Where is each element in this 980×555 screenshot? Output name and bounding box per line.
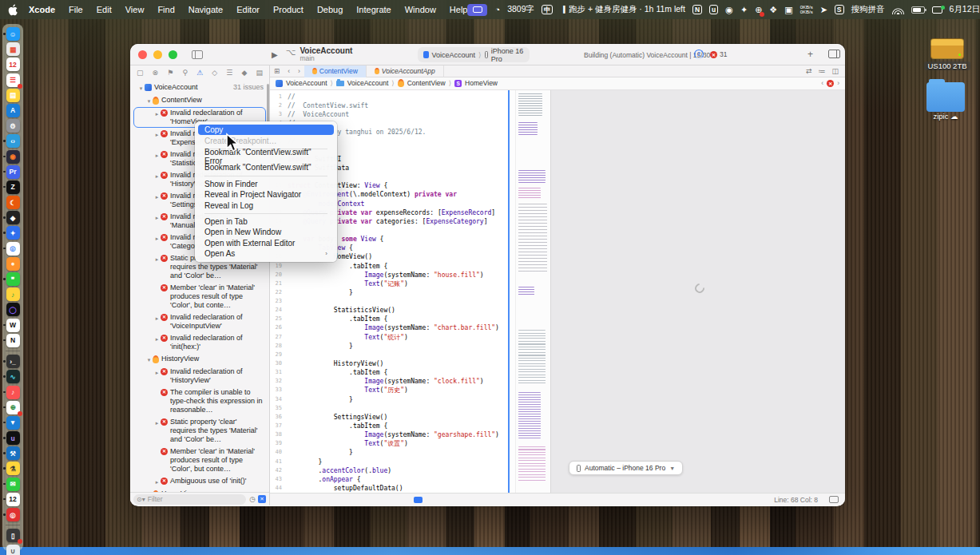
code-line[interactable]: 40 } xyxy=(270,448,510,457)
dock-system-settings[interactable]: ⚙ xyxy=(6,119,20,133)
dock-terminal[interactable]: ›_ xyxy=(6,355,20,368)
menu-editor[interactable]: Editor xyxy=(236,5,260,14)
code-line[interactable]: 19 .tabItem { xyxy=(270,262,510,271)
issue-badge-icon[interactable]: ✕ xyxy=(827,80,834,87)
desktop-icon-drive[interactable]: US100 2TB xyxy=(922,38,973,70)
breadcrumb-voiceaccount[interactable]: VoiceAccount xyxy=(347,79,389,87)
code-line[interactable]: 33 Text("历史") xyxy=(270,386,510,394)
minimap-options-icon[interactable]: ≔ xyxy=(818,67,825,75)
status-battery[interactable] xyxy=(911,6,925,14)
disclosure-right-icon[interactable]: ▸ xyxy=(153,367,161,377)
issue-row[interactable]: ▸✕Invalid redeclaration of 'init(hex:)' xyxy=(133,332,266,353)
code-line[interactable]: 20 Image(systemName: "house.fill") xyxy=(270,271,510,279)
dock-app-store[interactable]: A xyxy=(6,104,20,117)
window-titlebar[interactable]: ▶ ⌥ VoiceAccount main VoiceAccount ⟩ iPh… xyxy=(130,44,845,65)
dock-notes[interactable]: ▤ xyxy=(6,89,20,102)
disclosure-right-icon[interactable]: ▸ xyxy=(153,334,161,343)
status-input-source-chinese[interactable]: 中 xyxy=(542,5,553,14)
scheme-name[interactable]: VoiceAccount xyxy=(432,51,476,59)
dock-wechat[interactable]: ❞ xyxy=(6,272,20,286)
minimap[interactable] xyxy=(516,90,551,493)
dock-loop-app[interactable]: ◯ xyxy=(6,303,20,316)
issue-row[interactable]: ▸✕Ambiguous use of 'init()' xyxy=(133,475,266,488)
issue-row[interactable]: ▾HistoryView xyxy=(133,353,266,366)
dock-firefox[interactable]: ◉ xyxy=(6,150,20,164)
dock-reminders[interactable]: ☰ xyxy=(6,73,20,87)
dock-u-app[interactable]: u xyxy=(6,431,20,445)
code-line[interactable]: 24 StatisticsView() xyxy=(270,306,510,315)
scheme-destination-capsule[interactable]: VoiceAccount ⟩ iPhone 16 Pro xyxy=(418,47,530,62)
disclosure-right-icon[interactable]: ▸ xyxy=(153,233,161,243)
code-line[interactable]: 22 } xyxy=(270,288,510,297)
code-line[interactable]: 30 HistoryView() xyxy=(270,359,510,368)
disclosure-right-icon[interactable]: ▸ xyxy=(153,418,161,427)
status-pointer-app-status[interactable]: ✦ xyxy=(740,5,748,15)
disclosure-right-icon[interactable]: ▸ xyxy=(153,129,161,139)
toolbar-error-count[interactable]: ✕31 xyxy=(710,50,727,58)
dock-qq-music[interactable]: ♪ xyxy=(6,287,20,301)
back-icon[interactable]: ‹ xyxy=(284,67,294,75)
dock-chrome[interactable]: ◎ xyxy=(6,242,20,256)
dock-connected-device[interactable]: ▯ xyxy=(6,529,20,542)
dock-notion[interactable]: N xyxy=(6,334,20,347)
status-browser-status-error[interactable]: ⊕ xyxy=(755,5,762,15)
dock-w-app[interactable]: W xyxy=(6,319,20,332)
dock-spark[interactable]: ✦ xyxy=(6,226,20,240)
dock-moon-app[interactable]: ☾ xyxy=(6,196,20,209)
code-line[interactable]: 43 .onAppear { xyxy=(270,475,510,484)
disclosure-right-icon[interactable]: ▸ xyxy=(153,150,161,160)
dock-red-circle-app[interactable]: ◎ xyxy=(6,508,20,521)
preview-device-button[interactable]: Automatic – iPhone 16 Pro ▼ xyxy=(569,461,683,475)
issue-row[interactable]: ✕The compiler is unable to type-check th… xyxy=(133,387,266,416)
menu-navigate[interactable]: Navigate xyxy=(188,5,223,14)
code-line[interactable]: 35 xyxy=(270,404,510,413)
dock-fantastical[interactable]: 12 xyxy=(6,493,20,506)
menu-file[interactable]: File xyxy=(69,5,83,14)
issue-row[interactable]: ▸✕Invalid redeclaration of 'VoiceInputVi… xyxy=(133,311,266,332)
code-line[interactable]: 21 Text("记账") xyxy=(270,279,510,288)
menu-window[interactable]: Window xyxy=(405,5,436,14)
breadcrumb-contentview[interactable]: ContentView xyxy=(407,79,446,87)
run-destination[interactable]: iPhone 16 Pro xyxy=(491,47,524,63)
context-menu-item-open-as[interactable]: Open As› xyxy=(198,248,334,259)
status-wechat-status[interactable]: ❖ xyxy=(769,5,777,15)
menu-help[interactable]: Help xyxy=(450,5,468,14)
issue-row[interactable]: ✕Member 'clear' in 'Material' produces r… xyxy=(133,282,266,311)
code-line[interactable]: 27 Text("统计") xyxy=(270,333,510,342)
issue-row[interactable]: ▾HomeView xyxy=(133,488,266,492)
bookmark-navigator-icon[interactable]: ⚑ xyxy=(167,69,173,77)
dock-black-app[interactable]: ◆ xyxy=(6,211,20,224)
status-display-mirroring[interactable] xyxy=(932,6,942,14)
menu-debug[interactable]: Debug xyxy=(317,5,343,14)
status-sogou-ime-name[interactable]: 搜狗拼音 xyxy=(851,4,885,15)
debug-navigator-icon[interactable]: ☰ xyxy=(226,69,232,77)
editor-scrollbar-track[interactable] xyxy=(510,90,516,493)
menu-edit[interactable]: Edit xyxy=(97,5,112,14)
menu-view[interactable]: View xyxy=(125,5,145,14)
code-line[interactable]: 25 .tabItem { xyxy=(270,315,510,323)
disclosure-right-icon[interactable]: ▸ xyxy=(153,192,161,201)
status-record-status[interactable]: ◉ xyxy=(725,5,733,15)
status-timer-menu[interactable]: ◔ xyxy=(494,5,500,14)
device-display-icon[interactable] xyxy=(829,496,839,503)
code-line[interactable]: 34 } xyxy=(270,395,510,404)
disclosure-right-icon[interactable]: ▸ xyxy=(153,109,161,118)
editor-tab-contentview[interactable]: ContentView xyxy=(304,65,367,77)
breadcrumb-homeview[interactable]: HomeView xyxy=(465,79,498,87)
desktop-icon-zipic[interactable]: zipic ☁ xyxy=(920,82,971,121)
dock-premiere[interactable]: Pr xyxy=(6,165,20,179)
recent-issues-icon[interactable]: ◷ xyxy=(249,495,256,503)
status-network-speed[interactable]: 0KB/s0KB/s xyxy=(800,5,813,15)
menu-product[interactable]: Product xyxy=(273,5,304,14)
status-notion-status[interactable]: N xyxy=(692,5,702,14)
close-button[interactable] xyxy=(138,50,147,59)
code-line[interactable]: 23 xyxy=(270,297,510,306)
issue-navigator-icon[interactable]: ⚠ xyxy=(196,69,203,77)
dock-vscode[interactable]: ‹› xyxy=(6,134,20,148)
code-line[interactable]: 26 Image(systemName: "chart.bar.fill") xyxy=(270,323,510,332)
editor-tab-voiceaccountapp[interactable]: VoiceAccountApp xyxy=(367,65,444,77)
status-word-count[interactable]: 3809字 xyxy=(507,4,534,15)
code-line[interactable]: 38 Image(systemName: "gearshape.fill") xyxy=(270,430,510,439)
menu-xcode[interactable]: Xcode xyxy=(29,5,55,14)
disclosure-down-icon[interactable]: ▾ xyxy=(145,355,153,364)
